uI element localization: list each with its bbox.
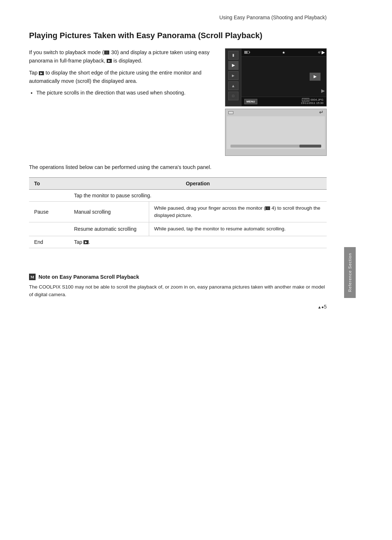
table-cell-tap-pause: Tap the monitor to pause scrolling. — [69, 189, 327, 201]
camera-star: ★ — [282, 51, 285, 55]
note-header: M Note on Easy Panorama Scroll Playback — [29, 274, 327, 280]
table-cell-resume-desc: While paused, tap the monitor to resume … — [149, 222, 327, 236]
camera-file-icon: STD 0004.JPG — [301, 98, 323, 101]
book-icon-1: □ — [104, 51, 109, 55]
file-name-text: 0004.JPG — [310, 98, 323, 101]
camera-mockup-area: ▮ ▶ ▶ ▲ □ ★ 4/ 4 ▶ — [225, 48, 327, 156]
table-cell-end-label: End — [29, 236, 69, 248]
camera-menu-button: MENU — [244, 99, 257, 104]
cam-bot-return-icon: ↵ — [319, 109, 323, 116]
page-number: ▲●5 — [318, 304, 327, 310]
table-cell-to-empty-1 — [29, 189, 69, 201]
bullet-item-1: The picture scrolls in the direction tha… — [36, 89, 214, 97]
cam-icon-camera: ▮ — [228, 51, 238, 60]
camera-date: 15/11/2011 15:30 — [301, 101, 323, 105]
play-icon-inline: ▶ — [107, 59, 112, 63]
table-header-operation: Operation — [69, 177, 327, 189]
page-num-text: 5 — [324, 304, 327, 310]
table-row-pause-tap: Tap the monitor to pause scrolling. — [29, 189, 327, 201]
camera-panorama-content — [227, 116, 325, 149]
battery-icon — [244, 51, 249, 54]
camera-arrow-right-mid: ▶ — [321, 88, 325, 94]
cam-icon-trash: □ — [228, 92, 238, 100]
note-title: Note on Easy Panorama Scroll Playback — [38, 274, 139, 280]
table-header-row: To Operation — [29, 177, 327, 189]
intro-paragraph-2: Tap ▶ to display the short edge of the p… — [29, 69, 214, 85]
page-arrow-icon: ▲● — [318, 305, 324, 309]
camera-screen-bottom: ↵ — [225, 109, 327, 156]
file-type-icon: STD — [302, 98, 309, 101]
play-icon-inline-2: ▶ — [39, 71, 44, 75]
cam-icon-zoom: ▲ — [228, 81, 238, 90]
camera-arrow-right-top: ▶ — [322, 50, 325, 55]
operations-intro-text: The operations listed below can be perfo… — [29, 163, 327, 172]
table-row-end: End Tap ▶. — [29, 236, 327, 248]
reference-tab: Reference Section — [344, 247, 356, 298]
intro-section: If you switch to playback mode (□ 30) an… — [29, 48, 327, 156]
cam-bot-rect-icon — [228, 111, 233, 114]
reference-tab-text: Reference Section — [348, 253, 352, 292]
note-body: The COOLPIX S100 may not be able to scro… — [29, 283, 327, 299]
cam-icon-play: ▶ — [228, 61, 238, 70]
camera-scrollbar — [230, 145, 321, 148]
camera-bottom-bar: MENU STD 0004.JPG 15/11/2011 15:30 — [241, 97, 326, 106]
table-cell-resume-label: Resume automatic scrolling — [69, 222, 149, 236]
table-cell-manual-scrolling: Manual scrolling — [69, 201, 149, 222]
camera-top-bar: ★ 4/ 4 ▶ — [241, 49, 326, 57]
table-header-to: To — [29, 177, 69, 189]
camera-screen-top: ▮ ▶ ▶ ▲ □ ★ 4/ 4 ▶ — [225, 48, 327, 106]
page-header: Using Easy Panorama (Shooting and Playba… — [29, 15, 327, 20]
battery-fill — [245, 51, 248, 53]
page-ref-1: 30 — [111, 49, 117, 55]
camera-scrollbar-thumb — [299, 145, 321, 148]
bullet-list: The picture scrolls in the direction tha… — [36, 89, 214, 97]
note-icon: M — [29, 274, 36, 280]
end-play-icon: ▶ — [83, 240, 89, 244]
book-icon-inline-2: □ — [265, 206, 270, 210]
intro-paragraph-1: If you switch to playback mode (□ 30) an… — [29, 48, 214, 65]
note-section: M Note on Easy Panorama Scroll Playback … — [29, 270, 327, 299]
table-row-manual-scroll: Pause Manual scrolling While paused, dra… — [29, 201, 327, 222]
camera-play-button: ▶ — [310, 73, 320, 81]
camera-bottom-icons — [228, 111, 233, 114]
intro-text: If you switch to playback mode (□ 30) an… — [29, 48, 214, 99]
camera-left-panel: ▮ ▶ ▶ ▲ □ — [225, 49, 241, 106]
table-cell-pause-label: Pause — [29, 201, 69, 222]
camera-middle-area: ▶ ▶ — [241, 57, 326, 97]
table-cell-to-empty-2 — [29, 222, 69, 236]
table-row-resume: Resume automatic scrolling While paused,… — [29, 222, 327, 236]
camera-main-area: ★ 4/ 4 ▶ ▶ ▶ MENU STD — [241, 49, 326, 106]
cam-icon-playback: ▶ — [228, 71, 238, 80]
camera-bottom-top-bar: ↵ — [225, 109, 326, 116]
camera-top-bar-left — [244, 51, 249, 54]
table-cell-manual-scroll-desc: While paused, drag your finger across th… — [149, 201, 327, 222]
header-text: Using Easy Panorama (Shooting and Playba… — [219, 15, 327, 20]
operations-table: To Operation Tap the monitor to pause sc… — [29, 177, 327, 248]
camera-file-info: STD 0004.JPG 15/11/2011 15:30 — [301, 98, 323, 105]
table-cell-end-action: Tap ▶. — [69, 236, 327, 248]
page-title: Playing Pictures Taken with Easy Panoram… — [29, 31, 327, 41]
